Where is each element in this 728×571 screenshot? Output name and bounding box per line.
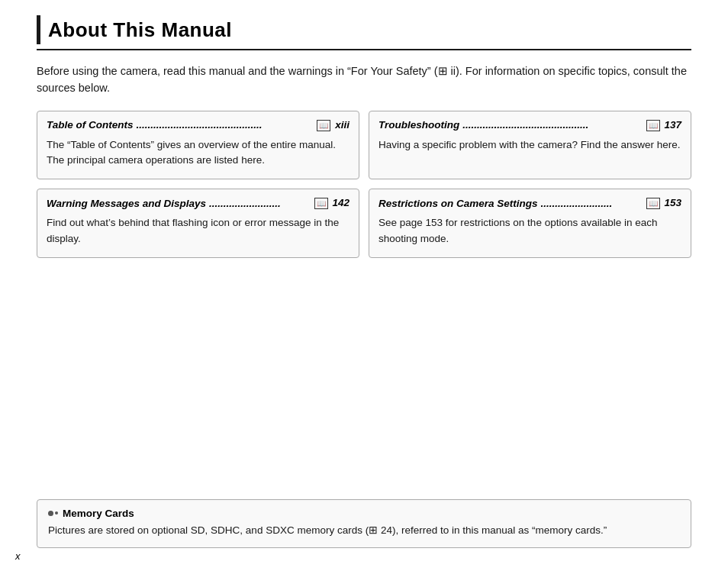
card-title-warning: Warning Messages and Displays (47, 198, 206, 209)
cards-grid: Table of Contents ......................… (37, 111, 691, 258)
intro-text: Before using the camera, read this manua… (37, 63, 691, 97)
note-box: Memory Cards Pictures are stored on opti… (37, 499, 691, 548)
title-accent (37, 15, 40, 44)
card-restrictions: Restrictions on Camera Settings ........… (369, 189, 691, 258)
page-container: About This Manual Before using the camer… (0, 0, 728, 571)
card-warning-messages: Warning Messages and Displays ..........… (37, 189, 359, 258)
note-dot-icon (48, 511, 58, 516)
card-body-toc: The “Table of Contents” gives an overvie… (47, 137, 350, 169)
page-number: x (15, 550, 21, 562)
card-troubleshooting: Troubleshooting ........................… (369, 111, 691, 180)
book-icon-warning: 📖 (314, 198, 328, 209)
card-page-restrict: 📖 153 (646, 197, 681, 209)
card-body-trouble: Having a specific problem with the camer… (378, 137, 681, 153)
card-dots-warning: ......................... (209, 198, 311, 209)
card-body-warning: Find out what’s behind that flashing ico… (47, 215, 350, 247)
card-dots-trouble: ........................................… (462, 119, 643, 131)
card-body-restrict: See page 153 for restrictions on the opt… (378, 215, 681, 247)
note-header: Memory Cards (48, 508, 680, 519)
card-page-warning: 📖 142 (314, 197, 350, 209)
card-header-restrict: Restrictions on Camera Settings ........… (378, 197, 681, 209)
dot-large (48, 511, 53, 516)
dot-small (55, 511, 58, 515)
card-header-trouble: Troubleshooting ........................… (378, 119, 681, 131)
card-header-toc: Table of Contents ......................… (47, 119, 350, 131)
card-dots-toc: ........................................… (137, 119, 314, 131)
card-table-of-contents: Table of Contents ......................… (37, 111, 359, 180)
book-icon-restrict: 📖 (646, 198, 660, 209)
card-title-toc: Table of Contents (47, 119, 134, 131)
card-title-restrict: Restrictions on Camera Settings (378, 198, 538, 209)
book-icon-toc: 📖 (317, 120, 330, 131)
card-page-toc: 📖 xiii (317, 119, 350, 131)
card-header-warning: Warning Messages and Displays ..........… (47, 197, 350, 209)
card-dots-restrict: ......................... (541, 198, 643, 209)
page-title: About This Manual (48, 18, 232, 42)
card-title-trouble: Troubleshooting (378, 119, 459, 131)
title-section: About This Manual (37, 15, 691, 50)
card-page-trouble: 📖 137 (646, 119, 681, 131)
note-body: Pictures are stored on optional SD, SDHC… (48, 523, 680, 538)
note-title: Memory Cards (63, 508, 134, 519)
book-icon-trouble: 📖 (646, 120, 660, 131)
